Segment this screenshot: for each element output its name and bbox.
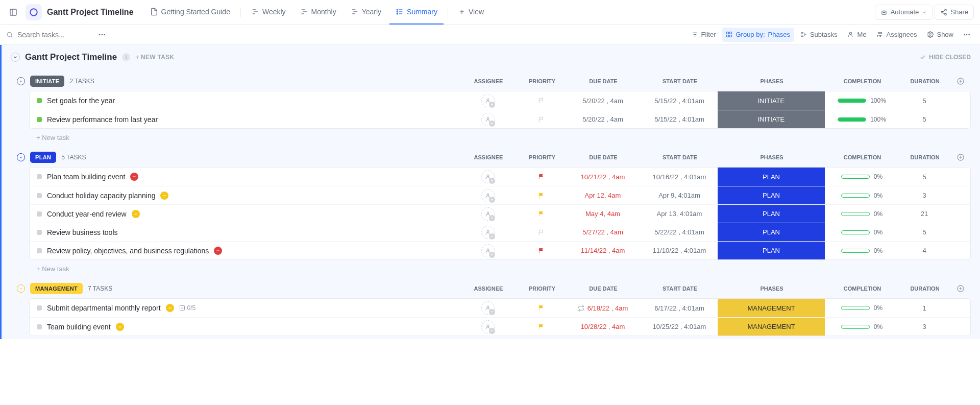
task-name[interactable]: Conduct year-end review: [47, 210, 127, 218]
completion-cell[interactable]: 0%: [825, 323, 899, 330]
status-square-icon[interactable]: [37, 305, 42, 311]
start-date-cell[interactable]: 5/15/22 , 4:01am: [641, 97, 718, 105]
task-row[interactable]: Review performance from last year + 5/20…: [30, 110, 970, 128]
start-date-cell[interactable]: 11/10/22 , 4:01am: [641, 247, 718, 254]
tab-getting-started[interactable]: Getting Started Guide: [144, 0, 236, 25]
duration-cell[interactable]: 5: [899, 228, 950, 236]
col-duration[interactable]: DURATION: [899, 285, 950, 292]
priority-cell[interactable]: [519, 247, 565, 254]
task-row[interactable]: Plan team building event + 10/21/22 , 4a…: [30, 168, 970, 186]
completion-cell[interactable]: 0%: [825, 210, 899, 218]
due-date-cell[interactable]: 10/21/22 , 4am: [565, 173, 641, 181]
due-date-cell[interactable]: 5/20/22 , 4am: [565, 115, 641, 123]
collapse-group-icon[interactable]: [17, 284, 25, 293]
col-phases[interactable]: PHASES: [718, 78, 825, 84]
phase-cell[interactable]: MANAGEMENT: [718, 318, 825, 336]
col-startdate[interactable]: START DATE: [642, 285, 718, 292]
duration-cell[interactable]: 3: [899, 323, 950, 330]
more-options-icon[interactable]: [95, 28, 109, 42]
status-square-icon[interactable]: [37, 117, 42, 122]
phase-cell[interactable]: INITIATE: [718, 110, 825, 128]
priority-cell[interactable]: [519, 192, 565, 199]
col-priority[interactable]: PRIORITY: [519, 154, 565, 160]
assignee-cell[interactable]: +: [457, 189, 519, 202]
task-row[interactable]: Conduct holiday capacity planning + Apr …: [30, 186, 970, 204]
duration-cell[interactable]: 4: [899, 247, 950, 254]
task-row[interactable]: Set goals for the year + 5/20/22 , 4am 5…: [30, 91, 970, 110]
tab-weekly[interactable]: Weekly: [245, 0, 292, 25]
col-duration[interactable]: DURATION: [899, 154, 950, 160]
task-name[interactable]: Review policy, objectives, and business …: [47, 247, 209, 255]
task-row[interactable]: Review business tools + 5/27/22 , 4am 5/…: [30, 223, 970, 241]
completion-cell[interactable]: 0%: [825, 304, 899, 312]
assignee-cell[interactable]: +: [457, 226, 519, 239]
task-name[interactable]: Conduct holiday capacity planning: [47, 192, 155, 200]
status-square-icon[interactable]: [37, 230, 42, 235]
info-icon[interactable]: i: [122, 53, 130, 61]
duration-cell[interactable]: 5: [899, 173, 950, 181]
search-input-wrap[interactable]: [6, 31, 89, 39]
task-name[interactable]: Review performance from last year: [47, 115, 158, 124]
start-date-cell[interactable]: Apr 9, 4:01am: [641, 192, 718, 199]
col-assignee[interactable]: ASSIGNEE: [458, 78, 519, 84]
status-square-icon[interactable]: [37, 98, 42, 103]
duration-cell[interactable]: 3: [899, 192, 950, 199]
priority-cell[interactable]: [519, 210, 565, 218]
due-date-cell[interactable]: May 4, 4am: [565, 210, 641, 218]
assignee-cell[interactable]: +: [457, 94, 519, 107]
priority-cell[interactable]: [519, 304, 565, 312]
due-date-cell[interactable]: 11/14/22 , 4am: [565, 247, 641, 254]
col-duedate[interactable]: DUE DATE: [565, 78, 642, 84]
priority-cell[interactable]: [519, 229, 565, 236]
show-button[interactable]: Show: [923, 28, 958, 42]
collapse-list-icon[interactable]: [11, 53, 20, 62]
group-badge[interactable]: PLAN: [30, 152, 56, 163]
task-name[interactable]: Set goals for the year: [47, 97, 115, 105]
col-priority[interactable]: PRIORITY: [519, 285, 565, 292]
start-date-cell[interactable]: 6/17/22 , 4:01am: [641, 304, 718, 312]
filter-button[interactable]: Filter: [688, 28, 720, 42]
add-column-icon[interactable]: [950, 77, 971, 85]
task-row[interactable]: Team building event + 10/28/22 , 4am 10/…: [30, 317, 970, 336]
status-square-icon[interactable]: [37, 193, 42, 198]
me-button[interactable]: Me: [843, 28, 870, 42]
col-duedate[interactable]: DUE DATE: [565, 285, 642, 292]
priority-cell[interactable]: [519, 323, 565, 330]
phase-cell[interactable]: MANAGEMENT: [718, 299, 825, 317]
task-row[interactable]: Conduct year-end review + May 4, 4am Apr…: [30, 204, 970, 223]
phase-cell[interactable]: INITIATE: [718, 91, 825, 110]
add-view-button[interactable]: View: [452, 0, 490, 25]
start-date-cell[interactable]: 10/25/22 , 4:01am: [641, 323, 718, 330]
col-completion[interactable]: COMPLETION: [825, 78, 899, 84]
completion-cell[interactable]: 0%: [825, 229, 899, 236]
status-square-icon[interactable]: [37, 174, 42, 179]
collapse-group-icon[interactable]: [17, 153, 25, 161]
collapse-group-icon[interactable]: [17, 77, 25, 85]
duration-cell[interactable]: 5: [899, 97, 950, 105]
col-duration[interactable]: DURATION: [899, 78, 950, 84]
group-badge[interactable]: MANAGEMENT: [30, 283, 83, 294]
assignee-cell[interactable]: +: [457, 301, 519, 315]
phase-cell[interactable]: PLAN: [718, 205, 825, 223]
assignee-cell[interactable]: +: [457, 244, 519, 257]
automate-button[interactable]: Automate: [875, 5, 933, 20]
duration-cell[interactable]: 1: [899, 304, 950, 312]
new-task-row[interactable]: + New task: [17, 261, 971, 275]
col-startdate[interactable]: START DATE: [642, 78, 718, 84]
start-date-cell[interactable]: 10/16/22 , 4:01am: [641, 173, 718, 181]
assignee-cell[interactable]: +: [457, 113, 519, 126]
assignee-cell[interactable]: +: [457, 207, 519, 221]
col-assignee[interactable]: ASSIGNEE: [458, 154, 519, 160]
task-name[interactable]: Submit departmental monthly report: [47, 304, 161, 312]
status-square-icon[interactable]: [37, 324, 42, 329]
due-date-cell[interactable]: Apr 12, 4am: [565, 192, 641, 199]
completion-cell[interactable]: 100%: [825, 116, 899, 123]
duration-cell[interactable]: 5: [899, 115, 950, 123]
task-name[interactable]: Review business tools: [47, 228, 118, 236]
start-date-cell[interactable]: 5/22/22 , 4:01am: [641, 228, 718, 236]
priority-cell[interactable]: [519, 116, 565, 123]
status-square-icon[interactable]: [37, 248, 42, 253]
col-startdate[interactable]: START DATE: [642, 154, 718, 160]
priority-cell[interactable]: [519, 173, 565, 180]
start-date-cell[interactable]: Apr 13, 4:01am: [641, 210, 718, 218]
